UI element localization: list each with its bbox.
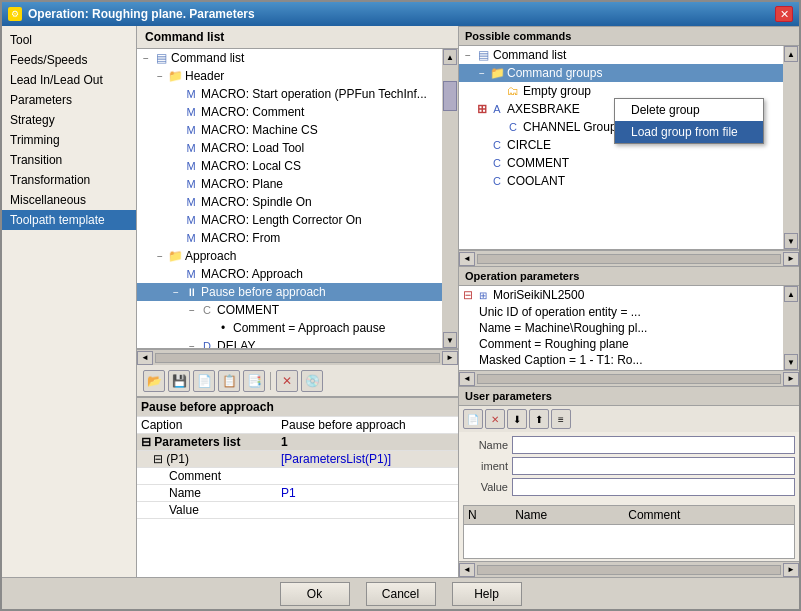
toolbar-btn-paste[interactable]: 📑 <box>243 370 265 392</box>
tree-item-header[interactable]: − 📁 Header <box>137 67 442 85</box>
op-item-masked[interactable]: Masked Caption = 1 - T1: Ro... <box>459 352 783 368</box>
pc-item-coolant[interactable]: · C COOLANT <box>459 172 783 190</box>
pc-scroll-left[interactable]: ◄ <box>459 252 475 266</box>
op-scroll-left[interactable]: ◄ <box>459 372 475 386</box>
scroll-up[interactable]: ▲ <box>443 49 457 65</box>
scroll-down[interactable]: ▼ <box>443 332 457 348</box>
pc-scroll-down[interactable]: ▼ <box>784 233 798 249</box>
expand-pause[interactable]: − <box>169 285 183 299</box>
expand-axesbrake[interactable]: ⊞ <box>475 102 489 116</box>
user-btn-down[interactable]: ⬇ <box>507 409 527 429</box>
pc-item-comment[interactable]: · C COMMENT <box>459 154 783 172</box>
sidebar-item-transition[interactable]: Transition <box>2 150 136 170</box>
help-button[interactable]: Help <box>452 582 522 606</box>
user-param-fields: Name iment Value <box>459 432 799 503</box>
tree-item-macro9[interactable]: · M MACRO: From <box>137 229 442 247</box>
delay-icon: D <box>199 338 215 348</box>
ok-button[interactable]: Ok <box>280 582 350 606</box>
op-scroll-right[interactable]: ► <box>783 372 799 386</box>
toolbar-btn-copy[interactable]: 📋 <box>218 370 240 392</box>
toolbar-btn-delete[interactable]: ✕ <box>276 370 298 392</box>
command-tree[interactable]: − ▤ Command list − 📁 Header · M MACRO: S… <box>137 49 458 349</box>
close-button[interactable]: ✕ <box>775 6 793 22</box>
context-menu-load[interactable]: Load group from file <box>615 121 763 143</box>
tree-item-macro4[interactable]: · M MACRO: Load Tool <box>137 139 442 157</box>
scroll-right[interactable]: ► <box>442 351 458 365</box>
tree-item-pause[interactable]: − ⏸ Pause before approach <box>137 283 442 301</box>
cancel-button[interactable]: Cancel <box>366 582 436 606</box>
props-val-name: P1 <box>277 485 458 502</box>
h-scrollbar[interactable]: ◄ ► <box>137 349 458 365</box>
expand-comment[interactable]: − <box>185 303 199 317</box>
pc-scroll-right[interactable]: ► <box>783 252 799 266</box>
tree-item-delay[interactable]: − D DELAY <box>137 337 442 348</box>
expand-delay[interactable]: − <box>185 339 199 348</box>
toolbar-btn-disk[interactable]: 💿 <box>301 370 323 392</box>
comment-input[interactable] <box>512 457 795 475</box>
user-btn-delete[interactable]: ✕ <box>485 409 505 429</box>
value-input[interactable] <box>512 478 795 496</box>
user-btn-new[interactable]: 📄 <box>463 409 483 429</box>
sidebar-item-trimming[interactable]: Trimming <box>2 130 136 150</box>
op-params-tree[interactable]: ⊟ ⊞ MoriSeikiNL2500 Unic ID of operation… <box>459 286 799 370</box>
toolbar-btn-save[interactable]: 💾 <box>168 370 190 392</box>
pc-item-cmdgroups[interactable]: − 📁 Command groups <box>459 64 783 82</box>
pc-scroll-up[interactable]: ▲ <box>784 46 798 62</box>
tree-item-comment-val[interactable]: · • Comment = Approach pause <box>137 319 442 337</box>
sidebar-item-strategy[interactable]: Strategy <box>2 110 136 130</box>
tree-item-approach[interactable]: − 📁 Approach <box>137 247 442 265</box>
expand-pc-commandlist[interactable]: − <box>461 48 475 62</box>
op-scrollbar[interactable]: ▲ ▼ <box>783 286 799 370</box>
tree-item-macro2[interactable]: · M MACRO: Comment <box>137 103 442 121</box>
toolbar-btn-open[interactable]: 📂 <box>143 370 165 392</box>
param-table-area[interactable]: N Name Comment <box>463 505 795 559</box>
expand-mori[interactable]: ⊟ <box>463 288 473 302</box>
user-btn-up[interactable]: ⬆ <box>529 409 549 429</box>
op-item-mori[interactable]: ⊟ ⊞ MoriSeikiNL2500 <box>459 286 783 304</box>
commands-tree[interactable]: − ▤ Command list − 📁 Command groups · <box>459 46 799 250</box>
comment-field-label: iment <box>463 460 508 472</box>
scroll-thumb[interactable] <box>443 81 457 111</box>
pc-item-commandlist[interactable]: − ▤ Command list <box>459 46 783 64</box>
pc-h-scrollbar[interactable]: ◄ ► <box>459 250 799 266</box>
tree-item-macro1[interactable]: · M MACRO: Start operation (PPFun TechIn… <box>137 85 442 103</box>
sidebar-item-lead[interactable]: Lead In/Lead Out <box>2 70 136 90</box>
expand-header[interactable]: − <box>153 69 167 83</box>
toolbar-btn-new[interactable]: 📄 <box>193 370 215 392</box>
tree-item-macro-approach[interactable]: · M MACRO: Approach <box>137 265 442 283</box>
folder-icon: 📁 <box>167 248 183 264</box>
op-scroll-up[interactable]: ▲ <box>784 286 798 302</box>
pc-scrollbar[interactable]: ▲ ▼ <box>783 46 799 249</box>
sidebar-item-transformation[interactable]: Transformation <box>2 170 136 190</box>
command-tree-content: − ▤ Command list − 📁 Header · M MACRO: S… <box>137 49 442 348</box>
tree-item-macro3[interactable]: · M MACRO: Machine CS <box>137 121 442 139</box>
name-input[interactable] <box>512 436 795 454</box>
op-item-comment[interactable]: Comment = Roughing plane <box>459 336 783 352</box>
sidebar-item-toolpath[interactable]: Toolpath template <box>2 210 136 230</box>
tree-item-macro8[interactable]: · M MACRO: Length Corrector On <box>137 211 442 229</box>
user-btn-menu[interactable]: ≡ <box>551 409 571 429</box>
tree-item-commandlist[interactable]: − ▤ Command list <box>137 49 442 67</box>
tree-item-comment[interactable]: − C COMMENT <box>137 301 442 319</box>
op-params-header: Operation parameters <box>459 266 799 286</box>
context-menu-delete[interactable]: Delete group <box>615 99 763 121</box>
tree-item-macro5[interactable]: · M MACRO: Local CS <box>137 157 442 175</box>
expand-cmdgroups[interactable]: − <box>475 66 489 80</box>
op-item-name[interactable]: Name = Machine\Roughing pl... <box>459 320 783 336</box>
expand-approach[interactable]: − <box>153 249 167 263</box>
op-h-scrollbar[interactable]: ◄ ► <box>459 370 799 386</box>
op-item-uid[interactable]: Unic ID of operation entity = ... <box>459 304 783 320</box>
up-scroll-right[interactable]: ► <box>783 563 799 577</box>
scroll-left[interactable]: ◄ <box>137 351 153 365</box>
up-scroll-left[interactable]: ◄ <box>459 563 475 577</box>
middle-scrollbar[interactable]: ▲ ▼ <box>442 49 458 348</box>
sidebar-item-parameters[interactable]: Parameters <box>2 90 136 110</box>
sidebar-item-feeds[interactable]: Feeds/Speeds <box>2 50 136 70</box>
op-scroll-down[interactable]: ▼ <box>784 354 798 370</box>
tree-item-macro7[interactable]: · M MACRO: Spindle On <box>137 193 442 211</box>
up-h-scrollbar[interactable]: ◄ ► <box>459 561 799 577</box>
expand-commandlist[interactable]: − <box>139 51 153 65</box>
sidebar-item-miscellaneous[interactable]: Miscellaneous <box>2 190 136 210</box>
sidebar-item-tool[interactable]: Tool <box>2 30 136 50</box>
tree-item-macro6[interactable]: · M MACRO: Plane <box>137 175 442 193</box>
